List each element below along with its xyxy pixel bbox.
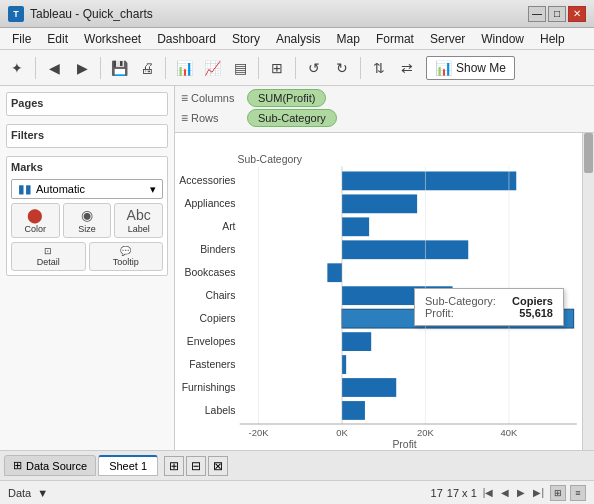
menu-map[interactable]: Map bbox=[329, 28, 368, 50]
toolbar-forward[interactable]: ▶ bbox=[69, 55, 95, 81]
toolbar-back[interactable]: ◀ bbox=[41, 55, 67, 81]
menu-story[interactable]: Story bbox=[224, 28, 268, 50]
toolbar-save[interactable]: 💾 bbox=[106, 55, 132, 81]
color-label: Color bbox=[25, 224, 47, 234]
window-controls: — □ ✕ bbox=[528, 6, 586, 22]
svg-text:0K: 0K bbox=[336, 427, 348, 438]
svg-text:-20K: -20K bbox=[249, 427, 270, 438]
menu-analysis[interactable]: Analysis bbox=[268, 28, 329, 50]
tooltip-profit-value: 55,618 bbox=[519, 307, 553, 319]
menu-server[interactable]: Server bbox=[422, 28, 473, 50]
toolbar-sep3 bbox=[165, 57, 166, 79]
color-icon: ⬤ bbox=[27, 207, 43, 223]
scrollbar-thumb[interactable] bbox=[584, 133, 593, 173]
rows-label: ≡ Rows bbox=[181, 111, 241, 125]
minimize-button[interactable]: — bbox=[528, 6, 546, 22]
toolbar-sep2 bbox=[100, 57, 101, 79]
svg-text:Chairs: Chairs bbox=[205, 290, 235, 301]
toolbar-chart1[interactable]: 📊 bbox=[171, 55, 197, 81]
maximize-button[interactable]: □ bbox=[548, 6, 566, 22]
svg-text:Labels: Labels bbox=[205, 405, 236, 416]
datasource-tab-label: Data Source bbox=[26, 460, 87, 472]
tooltip-subcategory-label: Sub-Category: bbox=[425, 295, 496, 307]
toolbar-sort2[interactable]: ⇄ bbox=[394, 55, 420, 81]
window-title: Tableau - Quick_charts bbox=[30, 7, 153, 21]
menu-format[interactable]: Format bbox=[368, 28, 422, 50]
tooltip-button[interactable]: 💬 Tooltip bbox=[89, 242, 164, 271]
tooltip-icon: 💬 bbox=[120, 246, 131, 256]
svg-rect-16 bbox=[327, 263, 342, 282]
size-button[interactable]: ◉ Size bbox=[63, 203, 112, 238]
show-me-label: Show Me bbox=[456, 61, 506, 75]
svg-text:20K: 20K bbox=[417, 427, 434, 438]
filters-title: Filters bbox=[11, 129, 163, 141]
status-data-label: Data bbox=[8, 487, 31, 499]
title-bar: T Tableau - Quick_charts — □ ✕ bbox=[0, 0, 594, 28]
new-dashboard-button[interactable]: ⊟ bbox=[186, 456, 206, 476]
columns-pill[interactable]: SUM(Profit) bbox=[247, 89, 326, 107]
toolbar-refresh2[interactable]: ↻ bbox=[329, 55, 355, 81]
nav-prev-button[interactable]: ◀ bbox=[499, 487, 511, 498]
svg-text:Appliances: Appliances bbox=[185, 198, 236, 209]
columns-label: ≡ Columns bbox=[181, 91, 241, 105]
toolbar-sort[interactable]: ⇅ bbox=[366, 55, 392, 81]
toolbar-sep4 bbox=[258, 57, 259, 79]
menu-worksheet[interactable]: Worksheet bbox=[76, 28, 149, 50]
detail-button[interactable]: ⊡ Detail bbox=[11, 242, 86, 271]
show-me-button[interactable]: 📊 Show Me bbox=[426, 56, 515, 80]
svg-text:Furnishings: Furnishings bbox=[182, 382, 236, 393]
new-story-button[interactable]: ⊠ bbox=[208, 456, 228, 476]
nav-last-button[interactable]: ▶| bbox=[531, 487, 546, 498]
svg-rect-21 bbox=[342, 378, 396, 397]
menu-dashboard[interactable]: Dashboard bbox=[149, 28, 224, 50]
toolbar-sep1 bbox=[35, 57, 36, 79]
toolbar-chart3[interactable]: ▤ bbox=[227, 55, 253, 81]
svg-rect-14 bbox=[342, 217, 369, 236]
toolbar-print[interactable]: 🖨 bbox=[134, 55, 160, 81]
toolbar-refresh[interactable]: ↺ bbox=[301, 55, 327, 81]
label-icon: Abc bbox=[127, 207, 151, 223]
chart-tooltip: Sub-Category: Copiers Profit: 55,618 bbox=[414, 288, 564, 326]
columns-icon: ≡ bbox=[181, 91, 188, 105]
bottom-tabs: ⊞ Data Source Sheet 1 ⊞ ⊟ ⊠ bbox=[0, 450, 594, 480]
svg-text:Profit: Profit bbox=[392, 439, 416, 450]
toolbar-icon1[interactable]: ✦ bbox=[4, 55, 30, 81]
rows-pill[interactable]: Sub-Category bbox=[247, 109, 337, 127]
show-me-icon: 📊 bbox=[435, 60, 452, 76]
nav-first-button[interactable]: |◀ bbox=[481, 487, 496, 498]
status-dimensions: 17 x 1 bbox=[447, 487, 477, 499]
marks-grid: ⬤ Color ◉ Size Abc Label bbox=[11, 203, 163, 238]
marks-title: Marks bbox=[11, 161, 163, 173]
toolbar-filter[interactable]: ⊞ bbox=[264, 55, 290, 81]
label-button[interactable]: Abc Label bbox=[114, 203, 163, 238]
view-grid-button[interactable]: ⊞ bbox=[550, 485, 566, 501]
svg-rect-15 bbox=[342, 240, 468, 259]
svg-rect-22 bbox=[342, 401, 365, 420]
svg-rect-20 bbox=[342, 355, 346, 374]
svg-rect-19 bbox=[342, 332, 371, 351]
nav-next-button[interactable]: ▶ bbox=[515, 487, 527, 498]
menu-bar: File Edit Worksheet Dashboard Story Anal… bbox=[0, 28, 594, 50]
close-button[interactable]: ✕ bbox=[568, 6, 586, 22]
detail-label: Detail bbox=[37, 257, 60, 267]
label-label: Label bbox=[128, 224, 150, 234]
status-row-count: 17 bbox=[431, 487, 443, 499]
menu-edit[interactable]: Edit bbox=[39, 28, 76, 50]
sheet1-tab-label: Sheet 1 bbox=[109, 460, 147, 472]
toolbar-chart2[interactable]: 📈 bbox=[199, 55, 225, 81]
chart-scrollbar[interactable] bbox=[582, 133, 594, 450]
datasource-icon: ⊞ bbox=[13, 459, 22, 472]
datasource-tab[interactable]: ⊞ Data Source bbox=[4, 455, 96, 476]
svg-rect-13 bbox=[342, 194, 417, 213]
menu-window[interactable]: Window bbox=[473, 28, 532, 50]
detail-icon: ⊡ bbox=[44, 246, 52, 256]
view-list-button[interactable]: ≡ bbox=[570, 485, 586, 501]
marks-type-dropdown[interactable]: ▮▮ Automatic ▾ bbox=[11, 179, 163, 199]
new-tab-buttons: ⊞ ⊟ ⊠ bbox=[164, 456, 228, 476]
menu-help[interactable]: Help bbox=[532, 28, 573, 50]
menu-file[interactable]: File bbox=[4, 28, 39, 50]
size-icon: ◉ bbox=[81, 207, 93, 223]
sheet1-tab[interactable]: Sheet 1 bbox=[98, 455, 158, 476]
new-worksheet-button[interactable]: ⊞ bbox=[164, 456, 184, 476]
color-button[interactable]: ⬤ Color bbox=[11, 203, 60, 238]
